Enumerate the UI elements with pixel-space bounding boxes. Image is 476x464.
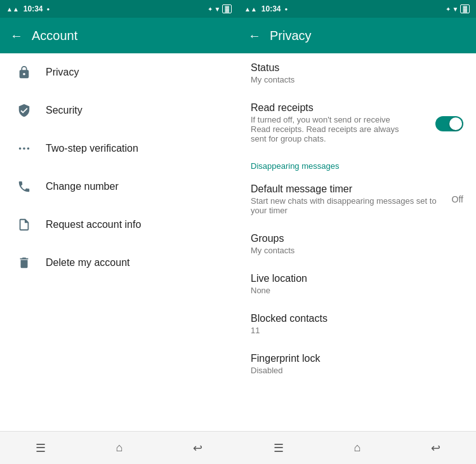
- status-text-block: Status My contacts: [251, 62, 294, 84]
- fingerprint-lock-row: Fingerprint lock Disabled: [251, 353, 463, 375]
- svg-point-1: [23, 147, 25, 150]
- bt-icon: ✦: [208, 6, 213, 13]
- security-label: Security: [46, 105, 83, 116]
- read-receipts-title: Read receipts: [251, 102, 430, 114]
- menu-item-delete[interactable]: Delete my account: [0, 244, 238, 282]
- read-receipts-toggle[interactable]: [435, 116, 463, 131]
- menu-item-request-info[interactable]: Request account info: [0, 206, 238, 244]
- groups-text-block: Groups My contacts: [251, 233, 294, 255]
- privacy-item-default-timer[interactable]: Default message timer Start new chats wi…: [238, 175, 476, 224]
- privacy-item-status[interactable]: Status My contacts: [238, 53, 476, 93]
- nav-back-icon[interactable]: ↩: [193, 441, 202, 455]
- default-timer-row: Default message timer Start new chats wi…: [251, 183, 463, 215]
- privacy-nav-home-icon[interactable]: ⌂: [354, 441, 361, 454]
- live-location-row: Live location None: [251, 273, 463, 295]
- svg-point-2: [27, 147, 30, 150]
- live-location-subtitle: None: [251, 286, 307, 295]
- account-panel: ▲▲ 10:34 ● ✦ ▼ ▓ ← Account Privacy Secur…: [0, 0, 238, 464]
- nav-menu-icon[interactable]: ☰: [36, 441, 46, 455]
- privacy-item-blocked-contacts[interactable]: Blocked contacts 11: [238, 304, 476, 344]
- menu-item-change-number[interactable]: Change number: [0, 168, 238, 206]
- delete-label: Delete my account: [46, 257, 130, 268]
- account-title: Account: [32, 29, 77, 43]
- two-step-label: Two-step verification: [46, 143, 138, 154]
- menu-item-privacy[interactable]: Privacy: [0, 53, 238, 91]
- menu-item-two-step[interactable]: Two-step verification: [0, 129, 238, 168]
- privacy-settings-list: Status My contacts Read receipts If turn…: [238, 53, 476, 431]
- status-row: Status My contacts: [251, 62, 463, 84]
- blocked-contacts-text-block: Blocked contacts 11: [251, 313, 327, 335]
- privacy-time: 10:34: [261, 4, 281, 13]
- account-menu-list: Privacy Security Two-step verification C…: [0, 53, 238, 431]
- fingerprint-lock-text-block: Fingerprint lock Disabled: [251, 353, 320, 375]
- default-timer-title: Default message timer: [251, 183, 447, 195]
- live-location-title: Live location: [251, 273, 307, 284]
- account-time: 10:34: [23, 4, 43, 13]
- fingerprint-lock-title: Fingerprint lock: [251, 353, 320, 364]
- nav-home-icon[interactable]: ⌂: [116, 441, 123, 454]
- read-receipts-subtitle: If turned off, you won't send or receive…: [251, 115, 409, 143]
- groups-row: Groups My contacts: [251, 233, 463, 255]
- privacy-item-live-location[interactable]: Live location None: [238, 264, 476, 304]
- phone-icon: [13, 180, 36, 194]
- battery-icon: ▓: [222, 4, 232, 13]
- privacy-bt-icon: ✦: [446, 6, 451, 13]
- fingerprint-lock-subtitle: Disabled: [251, 366, 320, 375]
- default-timer-subtitle: Start new chats with disappearing messag…: [251, 196, 447, 215]
- status-subtitle: My contacts: [251, 75, 294, 84]
- change-number-label: Change number: [46, 181, 119, 192]
- trash-icon: [13, 256, 36, 270]
- privacy-label: Privacy: [46, 67, 79, 78]
- request-info-label: Request account info: [46, 219, 141, 230]
- privacy-nav-menu-icon[interactable]: ☰: [274, 441, 284, 455]
- groups-title: Groups: [251, 233, 294, 244]
- menu-item-security[interactable]: Security: [0, 91, 238, 129]
- privacy-app-bar: ← Privacy: [238, 18, 476, 53]
- privacy-item-read-receipts[interactable]: Read receipts If turned off, you won't s…: [238, 93, 476, 152]
- account-status-right: ✦ ▼ ▓: [208, 4, 232, 13]
- privacy-bottom-nav: ☰ ⌂ ↩: [238, 431, 476, 464]
- privacy-status-left: ▲▲ 10:34 ●: [244, 4, 288, 13]
- lock-icon: [13, 65, 36, 79]
- privacy-panel: ▲▲ 10:34 ● ✦ ▼ ▓ ← Privacy Status My con…: [238, 0, 476, 464]
- default-timer-value: Off: [452, 194, 463, 204]
- account-app-bar: ← Account: [0, 18, 238, 53]
- live-location-text-block: Live location None: [251, 273, 307, 295]
- privacy-nav-back-icon[interactable]: ↩: [431, 441, 440, 455]
- privacy-battery-icon: ▓: [460, 4, 470, 13]
- privacy-status-dot: ●: [285, 6, 288, 12]
- groups-subtitle: My contacts: [251, 246, 294, 255]
- blocked-contacts-count: 11: [251, 326, 327, 335]
- blocked-contacts-row: Blocked contacts 11: [251, 313, 463, 335]
- svg-point-0: [19, 147, 22, 150]
- read-receipts-row: Read receipts If turned off, you won't s…: [251, 102, 463, 143]
- status-title: Status: [251, 62, 294, 74]
- read-receipts-text-block: Read receipts If turned off, you won't s…: [251, 102, 430, 143]
- shield-icon: [13, 103, 36, 117]
- privacy-back-button[interactable]: ←: [248, 29, 261, 43]
- dots-icon: [13, 142, 36, 156]
- signal-icon: ▲▲: [6, 6, 19, 13]
- wifi-icon: ▼: [215, 6, 221, 13]
- account-back-button[interactable]: ←: [10, 29, 23, 43]
- account-bottom-nav: ☰ ⌂ ↩: [0, 431, 238, 464]
- account-status-bar: ▲▲ 10:34 ● ✦ ▼ ▓: [0, 0, 238, 18]
- account-status-dot: ●: [47, 6, 50, 12]
- section-disappearing-messages: Disappearing messages: [238, 152, 476, 175]
- privacy-signal-icon: ▲▲: [244, 6, 257, 13]
- privacy-item-groups[interactable]: Groups My contacts: [238, 224, 476, 264]
- doc-icon: [13, 218, 36, 232]
- privacy-wifi-icon: ▼: [453, 6, 459, 13]
- privacy-status-right: ✦ ▼ ▓: [446, 4, 470, 13]
- blocked-contacts-title: Blocked contacts: [251, 313, 327, 324]
- privacy-status-bar: ▲▲ 10:34 ● ✦ ▼ ▓: [238, 0, 476, 18]
- account-status-left: ▲▲ 10:34 ●: [6, 4, 50, 13]
- default-timer-text-block: Default message timer Start new chats wi…: [251, 183, 447, 215]
- privacy-title: Privacy: [270, 29, 312, 43]
- privacy-item-fingerprint-lock[interactable]: Fingerprint lock Disabled: [238, 344, 476, 384]
